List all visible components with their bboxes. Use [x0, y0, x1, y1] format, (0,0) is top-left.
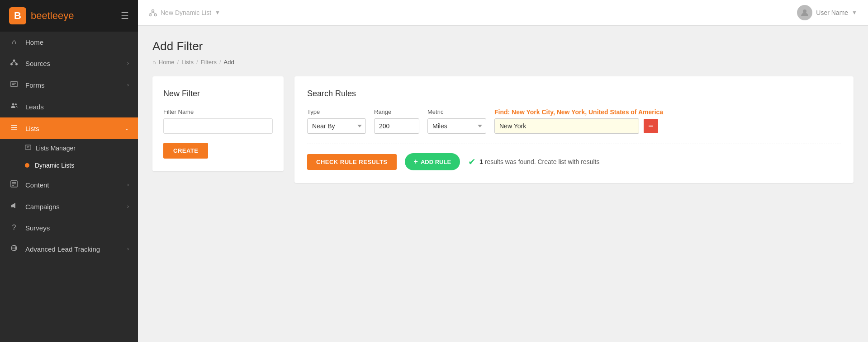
location-field: Find: New York City, New York, United St… — [494, 108, 841, 134]
chevron-right-icon: › — [127, 203, 129, 210]
divider — [307, 144, 841, 144]
forms-icon — [9, 80, 19, 89]
svg-point-25 — [155, 14, 157, 16]
svg-line-4 — [14, 62, 17, 63]
sidebar-item-leads[interactable]: Leads — [0, 96, 138, 117]
location-row — [494, 118, 841, 134]
surveys-icon: ? — [9, 224, 19, 232]
svg-point-9 — [15, 103, 17, 105]
main-content: New Dynamic List ▼ User Name ▼ Add Filte… — [138, 0, 868, 342]
logo: B beetleeye — [9, 7, 74, 24]
sidebar-item-content[interactable]: Content › — [0, 174, 138, 196]
sidebar-item-label: Leads — [25, 103, 129, 111]
filter-name-input[interactable] — [163, 118, 273, 134]
result-message: ✔ 1 results was found. Create list with … — [468, 156, 599, 167]
chevron-right-icon: › — [127, 82, 129, 88]
metric-field: Metric Miles Kilometers — [427, 108, 486, 134]
advanced-lead-tracking-icon — [9, 244, 19, 253]
topbar-dropdown-icon[interactable]: ▼ — [215, 9, 220, 16]
topbar-context: New Dynamic List — [161, 9, 211, 16]
add-rule-label: ADD RULE — [421, 159, 451, 165]
sidebar-sub-dynamic-lists[interactable]: Dynamic Lists — [0, 157, 138, 174]
svg-rect-5 — [11, 81, 17, 87]
location-input[interactable] — [494, 118, 639, 134]
content-icon — [9, 180, 19, 189]
breadcrumb-home[interactable]: Home — [159, 59, 175, 66]
range-input[interactable] — [374, 118, 419, 134]
sidebar-item-label: Sources — [25, 60, 127, 67]
rule-fields: Type Near By Exact Within Range Metric — [307, 108, 841, 134]
metric-label: Metric — [427, 108, 486, 115]
sidebar-item-campaigns[interactable]: Campaigns › — [0, 196, 138, 217]
sidebar-item-label: Surveys — [25, 224, 129, 232]
svg-line-26 — [150, 12, 153, 14]
svg-point-24 — [149, 14, 152, 16]
result-count: 1 results was found. Create list with re… — [479, 158, 599, 165]
breadcrumb-sep-2: / — [196, 59, 198, 66]
breadcrumb-sep-1: / — [177, 59, 179, 66]
logo-icon: B — [9, 7, 26, 24]
chevron-down-icon: ⌄ — [124, 125, 129, 131]
chevron-right-icon: › — [127, 246, 129, 252]
svg-point-1 — [10, 63, 13, 66]
svg-point-0 — [13, 60, 15, 62]
check-rule-button[interactable]: CHECK RULE RESULTS — [307, 154, 397, 170]
sidebar-item-advanced-lead-tracking[interactable]: Advanced Lead Tracking › — [0, 238, 138, 260]
minus-icon — [648, 123, 654, 129]
svg-line-3 — [12, 62, 14, 63]
sidebar-item-surveys[interactable]: ? Surveys — [0, 217, 138, 238]
context-icon — [149, 9, 157, 17]
add-rule-button[interactable]: + ADD RULE — [405, 153, 460, 170]
content-area: Add Filter ⌂ Home / Lists / Filters / Ad… — [138, 26, 868, 342]
logo-text-after: eye — [58, 10, 74, 21]
sources-icon — [9, 59, 19, 68]
sub-item-label: Dynamic Lists — [35, 162, 74, 169]
svg-rect-13 — [25, 145, 31, 150]
search-rules-title: Search Rules — [307, 89, 841, 98]
sidebar-item-label: Advanced Lead Tracking — [25, 245, 127, 253]
sidebar-item-sources[interactable]: Sources › — [0, 52, 138, 74]
sidebar-item-label: Lists — [25, 125, 124, 132]
svg-rect-20 — [11, 205, 13, 207]
breadcrumb: ⌂ Home / Lists / Filters / Add — [152, 59, 854, 66]
type-label: Type — [307, 108, 366, 115]
range-label: Range — [374, 108, 419, 115]
search-rules-card: Search Rules Type Near By Exact Within R… — [294, 76, 854, 183]
user-dropdown-icon[interactable]: ▼ — [852, 9, 857, 16]
leads-icon — [9, 102, 19, 111]
svg-point-2 — [15, 63, 18, 66]
sidebar-item-label: Home — [25, 38, 129, 46]
metric-select[interactable]: Miles Kilometers — [427, 118, 486, 134]
hamburger-icon[interactable]: ☰ — [121, 10, 129, 21]
svg-point-28 — [803, 9, 806, 13]
cards-row: New Filter Filter Name CREATE Search Rul… — [152, 76, 854, 183]
dot-icon — [25, 163, 29, 168]
create-button[interactable]: CREATE — [163, 143, 208, 159]
lists-icon — [9, 124, 19, 133]
sidebar-sub-lists-manager[interactable]: Lists Manager — [0, 139, 138, 157]
svg-point-23 — [152, 10, 154, 12]
breadcrumb-filters[interactable]: Filters — [201, 59, 217, 66]
type-field: Type Near By Exact Within — [307, 108, 366, 134]
sidebar-item-label: Forms — [25, 81, 127, 89]
topbar-left: New Dynamic List ▼ — [149, 9, 220, 17]
lists-manager-icon — [25, 144, 31, 152]
chevron-right-icon: › — [127, 60, 129, 66]
sidebar-item-lists[interactable]: Lists ⌄ — [0, 117, 138, 139]
svg-line-27 — [153, 12, 156, 14]
remove-rule-button[interactable] — [644, 119, 658, 133]
svg-point-8 — [12, 103, 14, 106]
sidebar-item-forms[interactable]: Forms › — [0, 74, 138, 96]
user-menu[interactable]: User Name ▼ — [797, 5, 857, 20]
sidebar-item-home[interactable]: ⌂ Home — [0, 32, 138, 52]
topbar: New Dynamic List ▼ User Name ▼ — [138, 0, 868, 26]
sidebar-item-label: Campaigns — [25, 203, 127, 211]
logo-text-before: beetle — [31, 10, 58, 21]
checkmark-icon: ✔ — [468, 156, 476, 167]
page-title: Add Filter — [152, 39, 854, 53]
filter-name-label: Filter Name — [163, 108, 273, 115]
type-select[interactable]: Near By Exact Within — [307, 118, 366, 134]
find-label: Find: New York City, New York, United St… — [494, 108, 841, 116]
breadcrumb-lists[interactable]: Lists — [181, 59, 194, 66]
range-field: Range — [374, 108, 419, 134]
